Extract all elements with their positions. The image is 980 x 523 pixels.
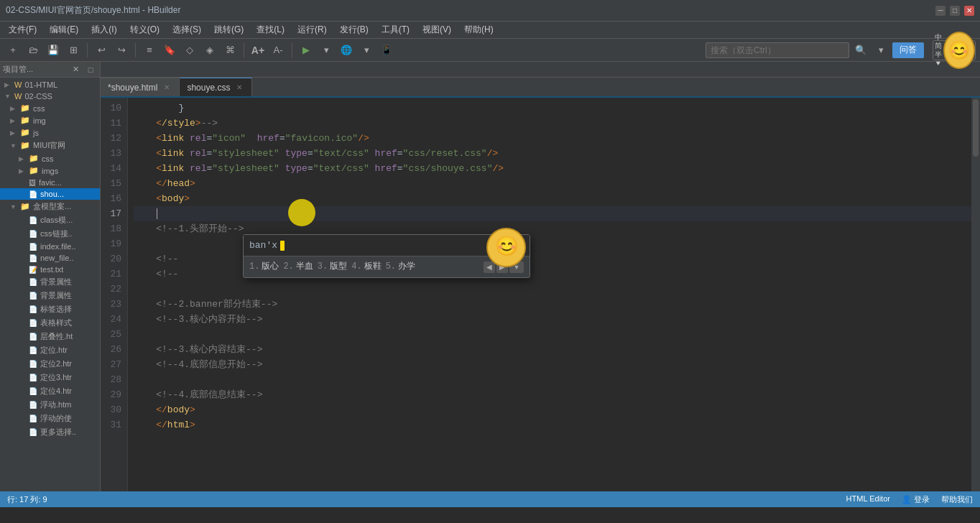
code-text: <!--2.banner部分结束--> (134, 297, 277, 312)
run-button[interactable]: ▶ (297, 42, 315, 59)
code-line-26: <!--3.核心内容结束--> (134, 342, 980, 357)
panel-close-btn[interactable]: ✕ (69, 63, 82, 76)
search-button[interactable]: 🔍 (852, 42, 869, 59)
sidebar-item-shouye[interactable]: 📄 shou... (0, 188, 100, 200)
sidebar-item-float2[interactable]: 📄 浮动的使 (0, 412, 100, 425)
menu-run[interactable]: 运行(R) (292, 22, 333, 37)
sidebar-item-02css[interactable]: ▼ W 02-CSS (0, 91, 100, 102)
suggestion-3[interactable]: 3. 版型 (318, 259, 347, 274)
sidebar-item-pos1[interactable]: 📄 定位.htr (0, 343, 100, 357)
sidebar-item-pos2[interactable]: 📄 定位2.htr (0, 357, 100, 371)
sidebar-item-csslink[interactable]: 📄 css链接.. (0, 227, 100, 241)
code-text: </style>--> (134, 116, 218, 131)
code-line-24: <!--3.核心内容开始--> (134, 312, 980, 327)
separator-3 (244, 43, 244, 57)
menu-select[interactable]: 选择(S) (167, 22, 207, 37)
run-dropdown[interactable]: ▾ (318, 42, 335, 59)
sidebar-item-pos3[interactable]: 📄 定位3.htr (0, 371, 100, 384)
find-button[interactable]: ◇ (181, 42, 198, 59)
browser-dropdown[interactable]: ▾ (358, 42, 375, 59)
close-button[interactable]: ✕ (964, 6, 974, 16)
menu-publish[interactable]: 发行(B) (334, 22, 374, 37)
phone-button[interactable]: 📱 (378, 42, 395, 59)
status-right: HTML Editor 👤 登录 帮助我们 (846, 494, 973, 505)
sidebar-item-imgs[interactable]: ▶ 📁 imgs (0, 165, 100, 177)
autocomplete-popup[interactable]: ban'x 1. 版心 2. 半血 3. (243, 234, 530, 278)
search-dropdown[interactable]: ▾ (872, 42, 889, 59)
sidebar-item-js[interactable]: ▶ 📁 js (0, 126, 100, 139)
sidebar-item-cascade[interactable]: 📄 层叠性.ht (0, 330, 100, 343)
sidebar-item-favico[interactable]: 🖼 favic... (0, 177, 100, 188)
suggestion-num: 5. (386, 259, 396, 274)
sidebar-item-bg1[interactable]: 📄 背景属性 (0, 275, 100, 289)
scroll-thumb[interactable] (973, 99, 979, 157)
code-editor[interactable]: 10 11 12 13 14 15 16 17 18 19 20 21 22 2… (101, 98, 980, 491)
sidebar-item-class[interactable]: 📄 class模... (0, 213, 100, 227)
menu-tools[interactable]: 工具(T) (376, 22, 415, 37)
sidebar-item-index[interactable]: 📄 index.file.. (0, 241, 100, 252)
cmd-button[interactable]: ⌘ (221, 42, 239, 59)
browser-button[interactable]: 🌐 (338, 42, 355, 59)
bookmark-button[interactable]: 🔖 (161, 42, 178, 59)
sidebar-item-test[interactable]: 📝 test.txt (0, 264, 100, 275)
search-input[interactable] (706, 42, 849, 58)
menu-file[interactable]: 文件(F) (3, 22, 42, 37)
suggestion-num: 2. (283, 259, 293, 274)
sidebar-item-boxmodel[interactable]: ▼ 📁 盒模型案... (0, 200, 100, 213)
item-label: class模... (40, 215, 73, 226)
help-link[interactable]: 帮助我们 (941, 494, 973, 505)
project-tree: ▶ W 01-HTML ▼ W 02-CSS ▶ 📁 css ▶ 📁 img (0, 78, 100, 440)
tab-close-html[interactable]: ✕ (162, 83, 172, 93)
login-link[interactable]: 👤 登录 (902, 494, 930, 505)
menu-find[interactable]: 查找(L) (251, 22, 290, 37)
tab-shouye-css[interactable]: shouye.css ✕ (180, 78, 252, 96)
save-button[interactable]: 💾 (45, 42, 62, 59)
undo-button[interactable]: ↩ (93, 42, 110, 59)
font-large-button[interactable]: A+ (249, 42, 267, 59)
menu-help[interactable]: 帮助(H) (458, 22, 499, 37)
sidebar-item-more[interactable]: 📄 更多选择.. (0, 425, 100, 439)
replace-button[interactable]: ◈ (201, 42, 218, 59)
code-text: <link rel="stylesheet" type="text/css" h… (134, 161, 504, 176)
font-small-button[interactable]: A- (269, 42, 287, 59)
sidebar-item-tag[interactable]: 📄 标签选择 (0, 302, 100, 316)
open-button[interactable]: 🗁 (24, 42, 42, 59)
redo-button[interactable]: ↪ (113, 42, 130, 59)
file-icon: 📄 (29, 292, 37, 300)
item-label: 背景属性 (40, 277, 72, 287)
minimize-button[interactable]: ─ (935, 6, 946, 16)
tab-label: shouye.css (187, 83, 230, 93)
sidebar-item-newfile[interactable]: 📄 new_file.. (0, 252, 100, 264)
code-content[interactable]: } </style>--> <link rel="icon" href="fav… (128, 98, 980, 491)
tab-shouye-html[interactable]: *shouye.html ✕ (101, 78, 180, 96)
code-text: <!-- (134, 267, 178, 282)
sidebar-item-float1[interactable]: 📄 浮动.htm (0, 398, 100, 412)
suggestion-4[interactable]: 4. 板鞋 (351, 259, 381, 274)
suggestion-2[interactable]: 2. 半血 (283, 259, 313, 274)
panel-max-btn[interactable]: □ (84, 63, 97, 76)
sidebar-item-bg2[interactable]: 📄 背景属性 (0, 289, 100, 302)
sidebar-item-img[interactable]: ▶ 📁 img (0, 114, 100, 126)
menu-edit[interactable]: 编辑(E) (44, 22, 84, 37)
sidebar-item-01html[interactable]: ▶ W 01-HTML (0, 79, 100, 91)
sidebar-item-table[interactable]: 📄 表格样式 (0, 316, 100, 330)
suggestion-1[interactable]: 1. 版心 (249, 259, 279, 274)
suggestion-5[interactable]: 5. 办学 (386, 259, 415, 274)
sidebar-item-css[interactable]: ▶ 📁 css (0, 102, 100, 114)
sidebar-item-miui-css[interactable]: ▶ 📁 css (0, 152, 100, 165)
menu-goto[interactable]: 跳转(G) (208, 22, 249, 37)
file-icon: 📄 (29, 415, 37, 422)
menu-insert[interactable]: 插入(I) (85, 22, 122, 37)
format-button[interactable]: ≡ (141, 42, 158, 59)
sidebar-item-pos4[interactable]: 📄 定位4.htr (0, 384, 100, 398)
ask-button[interactable]: 问答 (892, 42, 924, 58)
maximize-button[interactable]: □ (950, 6, 960, 16)
tab-close-css[interactable]: ✕ (234, 83, 244, 93)
save-all-button[interactable]: ⊞ (65, 42, 82, 59)
vertical-scrollbar[interactable] (971, 98, 980, 491)
menu-view[interactable]: 视图(V) (417, 22, 457, 37)
sidebar-item-miui[interactable]: ▼ 📁 MIUI官网 (0, 139, 100, 152)
menu-transform[interactable]: 转义(O) (124, 22, 165, 37)
new-file-button[interactable]: + (4, 42, 22, 59)
mascot-face: 😊 (486, 228, 526, 267)
